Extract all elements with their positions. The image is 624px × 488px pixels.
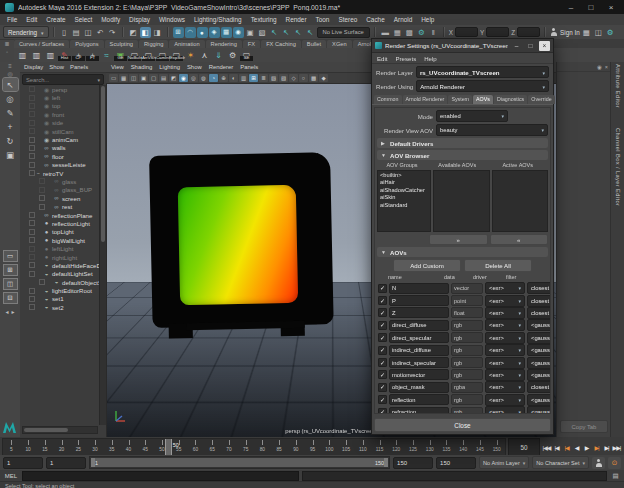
aov-driver-dropdown[interactable]: <exr>: [485, 295, 525, 307]
aov-enabled-checkbox[interactable]: [378, 308, 387, 317]
viewport-menu-item[interactable]: Lighting: [159, 64, 180, 70]
render-settings-tab[interactable]: Override: [528, 95, 554, 104]
dialog-close-icon[interactable]: ×: [539, 41, 550, 51]
aov-group-item[interactable]: aiSkin: [380, 194, 428, 201]
snap-to-projected-center-button[interactable]: ◈: [209, 27, 220, 38]
aov-enabled-checkbox[interactable]: [378, 383, 387, 392]
selection-mask-icon-3[interactable]: ↖: [293, 27, 304, 38]
pause-ipr-button[interactable]: ‖: [428, 27, 439, 38]
menu-item[interactable]: Lighting/Shading: [194, 16, 242, 23]
aov-driver-dropdown[interactable]: <exr>: [485, 394, 525, 406]
dialog-close-button[interactable]: Close: [374, 418, 551, 432]
step-forward-frame-button[interactable]: ▶|: [602, 440, 611, 455]
layout-prev-button[interactable]: ◂: [5, 308, 8, 315]
aov-filter-dropdown[interactable]: closest: [527, 282, 551, 294]
timeline-track[interactable]: 5101520253035404550556065707580859095100…: [2, 438, 506, 456]
timeline-tick[interactable]: 25: [70, 439, 87, 455]
aov-enabled-checkbox[interactable]: [378, 333, 387, 342]
construction-history-icon[interactable]: ▧: [257, 27, 268, 38]
viewport-toolbar-icon[interactable]: ◐: [229, 74, 238, 82]
aov-filter-dropdown[interactable]: <gaussian>: [527, 319, 551, 331]
aov-enabled-checkbox[interactable]: [378, 358, 387, 367]
timeline-tick[interactable]: 145: [472, 439, 489, 455]
viewport-toolbar-icon[interactable]: ◎: [189, 74, 198, 82]
outliner-item[interactable]: animCam: [20, 135, 100, 143]
viewport-toolbar-icon[interactable]: ◉: [179, 74, 188, 82]
render-sequence-button[interactable]: ▩: [404, 27, 415, 38]
timeline-tick[interactable]: 40: [120, 439, 137, 455]
menu-item[interactable]: Select: [75, 16, 93, 23]
aov-browser-section-header[interactable]: ▼ AOV Browser: [377, 150, 548, 160]
shelf-button-hist[interactable]: ✎ Hist: [58, 49, 71, 61]
timeline-tick[interactable]: 105: [338, 439, 355, 455]
command-language-label[interactable]: MEL: [3, 473, 19, 479]
step-back-frame-button[interactable]: |◀: [552, 440, 561, 455]
render-current-frame-button[interactable]: ▬: [380, 27, 391, 38]
viewport-toolbar-icon[interactable]: ◫: [129, 74, 138, 82]
viewport-menu-item[interactable]: Show: [187, 64, 202, 70]
timeline-playhead[interactable]: 50: [165, 439, 172, 455]
timeline-tick[interactable]: 5: [3, 439, 20, 455]
timeline-tick[interactable]: 85: [271, 439, 288, 455]
timeline-tick[interactable]: 75: [237, 439, 254, 455]
make-object-live-button[interactable]: ◉: [233, 27, 244, 38]
select-tool-button[interactable]: ↖: [3, 78, 18, 91]
shelf-button-1[interactable]: ▥: [16, 49, 29, 61]
input-operations-icon[interactable]: ▣: [245, 27, 256, 38]
menu-item[interactable]: Arnold: [394, 16, 412, 23]
lasso-tool-button[interactable]: ◎: [3, 92, 18, 105]
aov-name-field[interactable]: indirect_specular: [389, 357, 449, 368]
new-scene-button[interactable]: ▯: [59, 27, 70, 38]
animation-end-field[interactable]: 150: [393, 457, 433, 469]
aov-group-item[interactable]: aiHair: [380, 179, 428, 186]
viewport-toolbar-icon[interactable]: ⊕: [219, 74, 228, 82]
timeline-tick[interactable]: 140: [455, 439, 472, 455]
menu-collapse-icon[interactable]: ≡: [8, 63, 12, 69]
shelf-tab[interactable]: Bullet: [302, 40, 326, 48]
shelf-tab[interactable]: Animation: [169, 40, 204, 48]
dialog-maximize-button[interactable]: □: [525, 42, 536, 49]
select-component-mode-button[interactable]: ◨: [152, 27, 163, 38]
menu-item[interactable]: File: [7, 16, 17, 23]
viewport-toolbar-icon[interactable]: ○: [299, 74, 308, 82]
outliner-item[interactable]: stillCam: [20, 127, 100, 135]
shelf-button-nobultn[interactable]: ▢ NoBultn: [128, 49, 141, 61]
grid-toggle-icon[interactable]: ▦: [581, 27, 592, 38]
layout-next-button[interactable]: ▸: [12, 308, 15, 315]
viewport-menu-item[interactable]: Shading: [131, 64, 153, 70]
snap-to-curve-button[interactable]: ◠: [185, 27, 196, 38]
aov-driver-dropdown[interactable]: <exr>: [485, 319, 525, 331]
shelf-button-3[interactable]: ▥: [44, 49, 57, 61]
timeline-tick[interactable]: 45: [137, 439, 154, 455]
render-settings-tab[interactable]: AOVs: [473, 95, 493, 104]
shelf-menu-icon[interactable]: ≣: [4, 40, 9, 47]
playback-end-field[interactable]: 150: [436, 457, 476, 469]
side-tab[interactable]: Attribute Editor: [615, 62, 621, 110]
selection-mask-icon-2[interactable]: ↖: [281, 27, 292, 38]
snap-to-point-button[interactable]: ●: [197, 27, 208, 38]
aov-enabled-checkbox[interactable]: [378, 408, 387, 414]
render-using-dropdown[interactable]: Arnold Renderer: [416, 80, 549, 92]
layout-persp-panel-button[interactable]: ⊟: [3, 292, 18, 304]
shelf-button-2[interactable]: ▥: [30, 49, 43, 61]
aov-filter-dropdown[interactable]: closest: [527, 295, 551, 307]
aov-driver-dropdown[interactable]: <exr>: [485, 357, 525, 369]
timeline-tick[interactable]: 150: [488, 439, 505, 455]
command-input[interactable]: [22, 471, 299, 481]
timeline-tick[interactable]: 70: [221, 439, 238, 455]
outliner-search-input[interactable]: Search...: [22, 74, 104, 85]
outliner-item[interactable]: walls: [20, 144, 100, 152]
panel-toggle-icon[interactable]: ◎: [7, 70, 12, 77]
viewport-toolbar-icon[interactable]: ◔: [209, 74, 218, 82]
move-to-available-button[interactable]: «: [490, 234, 549, 245]
aov-name-field[interactable]: reflection: [389, 394, 449, 405]
aov-name-field[interactable]: P: [389, 295, 449, 306]
save-scene-button[interactable]: ◫: [83, 27, 94, 38]
outliner-menu-item[interactable]: Panels: [70, 64, 88, 70]
outliner-item[interactable]: top: [20, 102, 100, 110]
timeline-tick[interactable]: 35: [103, 439, 120, 455]
scale-tool-button[interactable]: ▣: [3, 148, 18, 161]
open-scene-button[interactable]: ▤: [71, 27, 82, 38]
shelf-toggle-icon[interactable]: ◦: [6, 49, 8, 55]
selection-mask-icon-4[interactable]: ↖: [305, 27, 316, 38]
